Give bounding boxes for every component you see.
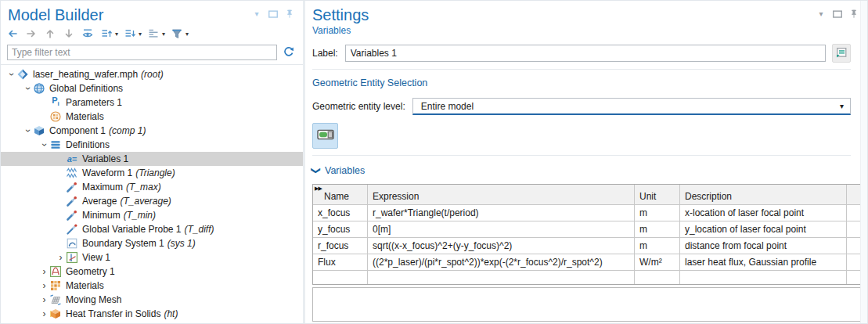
chevron-down-icon[interactable]: › xyxy=(39,138,49,152)
cell-name[interactable]: y_focus xyxy=(313,221,367,237)
tree-item-geometry-1[interactable]: ›Geometry 1 xyxy=(1,265,303,279)
cell-expression[interactable]: 0[m] xyxy=(367,221,634,237)
cell-extra[interactable] xyxy=(846,205,860,221)
cell-description[interactable]: x-location of laser focal point xyxy=(679,205,846,221)
expand-all-button[interactable]: ▾ xyxy=(122,27,143,41)
tree-item-label: Boundary System 1 xyxy=(82,238,164,249)
geometric-entity-level-value: Entire model xyxy=(421,101,840,112)
scrollbar[interactable] xyxy=(860,1,867,323)
chevron-right-icon[interactable]: › xyxy=(56,250,66,265)
tree-item-minimum[interactable]: Minimum(T_min) xyxy=(1,208,303,222)
cell-unit[interactable]: m xyxy=(634,238,679,254)
label-input[interactable] xyxy=(345,45,826,62)
cell-extra[interactable] xyxy=(846,254,860,270)
show-eye-button[interactable] xyxy=(80,27,96,41)
tree-item-component-1[interactable]: ›Component 1(comp 1) xyxy=(1,124,303,138)
float-icon[interactable] xyxy=(832,9,843,20)
forward-arrow-button[interactable] xyxy=(23,27,40,41)
geometric-entity-level-label: Geometric entity level: xyxy=(312,101,405,112)
cell-name[interactable]: Flux xyxy=(313,254,367,270)
cell-name[interactable]: r_focus xyxy=(313,238,367,254)
chevron-right-icon[interactable]: › xyxy=(39,265,49,279)
filter-input[interactable] xyxy=(7,45,277,60)
tree-item-materials[interactable]: ›Materials xyxy=(1,279,303,293)
tree-item-average[interactable]: Average(T_average) xyxy=(1,194,303,208)
variables-section-heading: Variables xyxy=(325,165,365,176)
global-probe-icon xyxy=(66,223,78,236)
tree-item-maximum[interactable]: Maximum(T_max) xyxy=(1,180,303,194)
chevron-right-icon[interactable]: › xyxy=(39,307,49,321)
variables-table-empty-area[interactable] xyxy=(312,287,861,322)
tree-item-label: Waveform 1 xyxy=(82,167,132,178)
variables-section-header[interactable]: ❯ Variables xyxy=(312,165,851,176)
active-toggle-icon xyxy=(317,129,334,142)
tree-item-label: Moving Mesh xyxy=(66,294,121,305)
caret-down-icon: ▾ xyxy=(162,31,165,38)
move-up-arrow-button[interactable] xyxy=(42,27,59,41)
cell-description[interactable]: distance from focal point xyxy=(679,238,846,254)
heat-transfer-icon xyxy=(49,308,62,320)
tree-item-laser-heating-wafer-mph[interactable]: ›laser_heating_wafer.mph(root) xyxy=(1,67,303,81)
cell-extra[interactable] xyxy=(846,221,860,237)
node-text-button[interactable]: ▾ xyxy=(146,27,167,41)
cell-expression[interactable] xyxy=(367,271,634,284)
table-row: x_focusr_wafer*Triangle(t/period)mx-loca… xyxy=(313,204,860,221)
active-selection-toggle-button[interactable] xyxy=(312,123,338,149)
variables-icon: a= xyxy=(66,153,78,165)
back-arrow-button[interactable] xyxy=(5,27,21,41)
pin-icon[interactable] xyxy=(848,9,859,20)
cell-extra[interactable] xyxy=(846,238,860,254)
cell-expression[interactable]: ((2*p_laser)/(pi*r_spot^2))*exp(-(2*r_fo… xyxy=(367,254,634,270)
cell-unit[interactable]: W/m² xyxy=(634,254,679,270)
boundary-system-icon xyxy=(66,237,78,250)
cell-expression[interactable]: r_wafer*Triangle(t/period) xyxy=(367,205,634,221)
cell-unit[interactable] xyxy=(634,271,679,284)
refresh-icon[interactable] xyxy=(283,45,297,59)
cell-description[interactable]: laser heat flux, Gaussian profile xyxy=(679,254,846,270)
cell-unit[interactable]: m xyxy=(634,205,679,221)
tree-item-label: Heat Transfer in Solids xyxy=(66,308,160,319)
move-down-arrow-button[interactable] xyxy=(61,27,77,41)
chevron-right-icon[interactable]: › xyxy=(39,293,49,307)
tree-item-boundary-system-1[interactable]: Boundary System 1(sys 1) xyxy=(1,236,303,250)
table-row: y_focus0[m]my_location of laser focal po… xyxy=(313,221,860,237)
chevron-right-icon[interactable]: › xyxy=(39,279,49,293)
float-icon[interactable] xyxy=(268,9,279,20)
geometric-entity-level-select[interactable]: Entire model ▾ xyxy=(412,98,851,115)
cell-name[interactable]: x_focus xyxy=(313,205,367,221)
cell-description[interactable] xyxy=(679,271,846,284)
tree-item-global-variable-probe-1[interactable]: Global Variable Probe 1(T_diff) xyxy=(1,222,303,236)
tree-item-moving-mesh[interactable]: ›Moving Mesh xyxy=(1,293,303,307)
cell-unit[interactable]: m xyxy=(634,221,679,237)
tree-item-tag: (root) xyxy=(141,69,164,80)
tree-item-view-1[interactable]: ›View 1 xyxy=(1,250,303,265)
tree-item-variables-1[interactable]: a=Variables 1 xyxy=(1,152,303,166)
tree-item-waveform-1[interactable]: Waveform 1(Triangle) xyxy=(1,166,303,180)
parameters-icon: Pi xyxy=(49,96,62,109)
cell-name[interactable] xyxy=(313,271,367,284)
tree-item-global-definitions[interactable]: ›Global Definitions xyxy=(1,81,303,95)
document-edit-icon xyxy=(835,46,848,61)
column-header-name: ▶▶Name xyxy=(313,185,367,204)
label-field-label: Label: xyxy=(312,48,338,59)
chevron-down-icon[interactable]: › xyxy=(23,124,33,138)
dropdown-caret-icon[interactable]: ▾ xyxy=(251,9,262,20)
tree-item-heat-transfer-in-solids[interactable]: ›Heat Transfer in Solids(ht) xyxy=(1,307,303,321)
filter-button[interactable]: ▾ xyxy=(169,27,190,41)
cell-description[interactable]: y_location of laser focal point xyxy=(679,221,846,237)
chevron-down-icon[interactable]: › xyxy=(23,81,33,95)
tree-item-tag: (T_max) xyxy=(126,182,161,193)
tree-item-materials[interactable]: Materials xyxy=(1,110,303,124)
pin-icon[interactable] xyxy=(284,9,295,20)
dropdown-caret-icon[interactable]: ▾ xyxy=(816,9,827,20)
tree-item-label: Maximum xyxy=(82,182,123,193)
tree-item-parameters-1[interactable]: PiParameters 1 xyxy=(1,95,303,110)
tree-item-definitions[interactable]: ›Definitions xyxy=(1,138,303,152)
chevron-down-icon[interactable]: › xyxy=(6,67,16,81)
cell-expression[interactable]: sqrt((x-x_focus)^2+(y-y_focus)^2) xyxy=(367,238,634,254)
cell-extra[interactable] xyxy=(846,271,860,284)
waveform-icon xyxy=(66,167,78,179)
collapse-all-button[interactable]: ▾ xyxy=(99,27,120,41)
table-row: r_focussqrt((x-x_focus)^2+(y-y_focus)^2)… xyxy=(313,237,860,254)
rename-label-button[interactable] xyxy=(832,44,851,63)
